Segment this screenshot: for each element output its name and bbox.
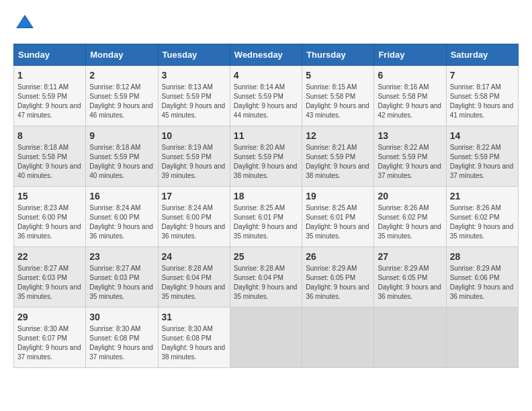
- day-number: 18: [234, 191, 298, 201]
- day-number: 11: [234, 130, 298, 141]
- day-info: Sunrise: 8:26 AMSunset: 6:02 PMDaylight:…: [378, 204, 441, 240]
- day-number: 10: [162, 130, 226, 141]
- day-info: Sunrise: 8:24 AMSunset: 6:00 PMDaylight:…: [89, 204, 153, 240]
- calendar-cell: 17Sunrise: 8:24 AMSunset: 6:00 PMDayligh…: [158, 187, 230, 247]
- day-number: 3: [162, 70, 226, 81]
- calendar-cell: 26Sunrise: 8:29 AMSunset: 6:05 PMDayligh…: [302, 247, 374, 308]
- calendar-cell: 29Sunrise: 8:30 AMSunset: 6:07 PMDayligh…: [14, 308, 86, 368]
- day-info: Sunrise: 8:15 AMSunset: 5:58 PMDaylight:…: [306, 83, 369, 119]
- logo-icon: [15, 13, 35, 30]
- calendar-cell: 15Sunrise: 8:23 AMSunset: 6:00 PMDayligh…: [14, 187, 86, 247]
- day-info: Sunrise: 8:30 AMSunset: 6:08 PMDaylight:…: [162, 325, 226, 361]
- day-info: Sunrise: 8:29 AMSunset: 6:05 PMDaylight:…: [378, 265, 441, 300]
- week-row-2: 8Sunrise: 8:18 AMSunset: 5:58 PMDaylight…: [14, 126, 519, 187]
- day-number: 26: [306, 251, 370, 262]
- weekday-header-saturday: Saturday: [446, 44, 518, 66]
- calendar-cell: 1Sunrise: 8:11 AMSunset: 5:59 PMDaylight…: [14, 66, 86, 126]
- calendar-cell: [374, 308, 446, 368]
- svg-marker-1: [17, 17, 32, 27]
- weekday-header-row: SundayMondayTuesdayWednesdayThursdayFrid…: [14, 44, 519, 66]
- weekday-header-thursday: Thursday: [302, 44, 374, 66]
- week-row-5: 29Sunrise: 8:30 AMSunset: 6:07 PMDayligh…: [14, 308, 519, 368]
- calendar-cell: 23Sunrise: 8:27 AMSunset: 6:03 PMDayligh…: [86, 247, 158, 308]
- calendar-cell: 22Sunrise: 8:27 AMSunset: 6:03 PMDayligh…: [14, 247, 86, 308]
- calendar-cell: 3Sunrise: 8:13 AMSunset: 5:59 PMDaylight…: [158, 66, 230, 126]
- calendar-cell: 10Sunrise: 8:19 AMSunset: 5:59 PMDayligh…: [158, 126, 230, 187]
- day-info: Sunrise: 8:30 AMSunset: 6:07 PMDaylight:…: [17, 325, 81, 361]
- week-row-1: 1Sunrise: 8:11 AMSunset: 5:59 PMDaylight…: [14, 66, 519, 126]
- day-info: Sunrise: 8:28 AMSunset: 6:04 PMDaylight:…: [234, 265, 298, 300]
- calendar-cell: [302, 308, 374, 368]
- calendar-cell: 14Sunrise: 8:22 AMSunset: 5:59 PMDayligh…: [446, 126, 518, 187]
- day-info: Sunrise: 8:26 AMSunset: 6:02 PMDaylight:…: [450, 204, 514, 240]
- calendar-cell: 2Sunrise: 8:12 AMSunset: 5:59 PMDaylight…: [86, 66, 158, 126]
- logo-text: [13, 13, 35, 33]
- day-number: 14: [450, 130, 515, 141]
- week-row-3: 15Sunrise: 8:23 AMSunset: 6:00 PMDayligh…: [14, 187, 519, 247]
- calendar-cell: 5Sunrise: 8:15 AMSunset: 5:58 PMDaylight…: [302, 66, 374, 126]
- day-info: Sunrise: 8:16 AMSunset: 5:58 PMDaylight:…: [378, 83, 441, 119]
- day-number: 20: [378, 191, 442, 201]
- calendar-cell: 31Sunrise: 8:30 AMSunset: 6:08 PMDayligh…: [158, 308, 230, 368]
- day-info: Sunrise: 8:12 AMSunset: 5:59 PMDaylight:…: [89, 83, 153, 119]
- day-number: 17: [162, 191, 226, 201]
- day-info: Sunrise: 8:28 AMSunset: 6:04 PMDaylight:…: [162, 265, 226, 300]
- day-number: 21: [450, 191, 515, 201]
- day-info: Sunrise: 8:29 AMSunset: 6:05 PMDaylight:…: [306, 265, 369, 300]
- calendar-cell: 25Sunrise: 8:28 AMSunset: 6:04 PMDayligh…: [230, 247, 302, 308]
- day-number: 23: [89, 251, 154, 262]
- weekday-header-monday: Monday: [86, 44, 158, 66]
- day-number: 30: [89, 312, 154, 322]
- day-number: 13: [378, 130, 442, 141]
- day-number: 19: [306, 191, 370, 201]
- day-number: 16: [89, 191, 154, 201]
- calendar-cell: 30Sunrise: 8:30 AMSunset: 6:08 PMDayligh…: [86, 308, 158, 368]
- day-info: Sunrise: 8:25 AMSunset: 6:01 PMDaylight:…: [234, 204, 298, 240]
- day-number: 7: [450, 70, 515, 81]
- day-info: Sunrise: 8:25 AMSunset: 6:01 PMDaylight:…: [306, 204, 369, 240]
- day-info: Sunrise: 8:17 AMSunset: 5:58 PMDaylight:…: [450, 83, 514, 119]
- calendar-cell: 16Sunrise: 8:24 AMSunset: 6:00 PMDayligh…: [86, 187, 158, 247]
- calendar-cell: 20Sunrise: 8:26 AMSunset: 6:02 PMDayligh…: [374, 187, 446, 247]
- day-number: 2: [89, 70, 154, 81]
- day-number: 27: [378, 251, 442, 262]
- day-info: Sunrise: 8:18 AMSunset: 5:58 PMDaylight:…: [17, 144, 81, 179]
- page-header: [13, 13, 519, 33]
- day-number: 15: [17, 191, 82, 201]
- calendar-cell: 19Sunrise: 8:25 AMSunset: 6:01 PMDayligh…: [302, 187, 374, 247]
- calendar-cell: 27Sunrise: 8:29 AMSunset: 6:05 PMDayligh…: [374, 247, 446, 308]
- calendar-cell: 13Sunrise: 8:22 AMSunset: 5:59 PMDayligh…: [374, 126, 446, 187]
- day-number: 4: [234, 70, 298, 81]
- calendar-cell: 6Sunrise: 8:16 AMSunset: 5:58 PMDaylight…: [374, 66, 446, 126]
- day-info: Sunrise: 8:23 AMSunset: 6:00 PMDaylight:…: [17, 204, 81, 240]
- calendar-cell: 21Sunrise: 8:26 AMSunset: 6:02 PMDayligh…: [446, 187, 518, 247]
- day-info: Sunrise: 8:22 AMSunset: 5:59 PMDaylight:…: [378, 144, 441, 179]
- day-number: 22: [17, 251, 82, 262]
- day-info: Sunrise: 8:19 AMSunset: 5:59 PMDaylight:…: [162, 144, 226, 179]
- day-number: 31: [162, 312, 226, 322]
- logo: [13, 13, 35, 33]
- calendar-cell: 9Sunrise: 8:18 AMSunset: 5:59 PMDaylight…: [86, 126, 158, 187]
- day-number: 8: [17, 130, 82, 141]
- day-info: Sunrise: 8:22 AMSunset: 5:59 PMDaylight:…: [450, 144, 514, 179]
- day-number: 1: [17, 70, 82, 81]
- calendar-cell: [446, 308, 518, 368]
- day-info: Sunrise: 8:13 AMSunset: 5:59 PMDaylight:…: [162, 83, 226, 119]
- day-number: 12: [306, 130, 370, 141]
- day-info: Sunrise: 8:24 AMSunset: 6:00 PMDaylight:…: [162, 204, 226, 240]
- day-number: 29: [17, 312, 82, 322]
- calendar-cell: 28Sunrise: 8:29 AMSunset: 6:06 PMDayligh…: [446, 247, 518, 308]
- weekday-header-sunday: Sunday: [14, 44, 86, 66]
- calendar-cell: 18Sunrise: 8:25 AMSunset: 6:01 PMDayligh…: [230, 187, 302, 247]
- week-row-4: 22Sunrise: 8:27 AMSunset: 6:03 PMDayligh…: [14, 247, 519, 308]
- weekday-header-friday: Friday: [374, 44, 446, 66]
- day-number: 5: [306, 70, 370, 81]
- day-number: 9: [89, 130, 154, 141]
- day-info: Sunrise: 8:21 AMSunset: 5:59 PMDaylight:…: [306, 144, 369, 179]
- calendar-table: SundayMondayTuesdayWednesdayThursdayFrid…: [13, 44, 519, 368]
- day-info: Sunrise: 8:20 AMSunset: 5:59 PMDaylight:…: [234, 144, 298, 179]
- day-info: Sunrise: 8:27 AMSunset: 6:03 PMDaylight:…: [17, 265, 81, 300]
- calendar-cell: [230, 308, 302, 368]
- day-number: 28: [450, 251, 515, 262]
- weekday-header-wednesday: Wednesday: [230, 44, 302, 66]
